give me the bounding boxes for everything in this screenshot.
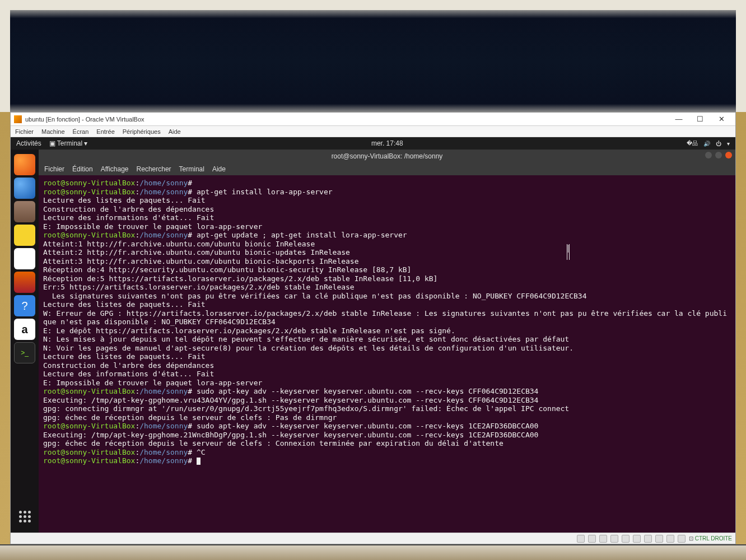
ubuntu-dock: ? a >_: [11, 150, 39, 533]
guest-screen: Activités ▣ Terminal ▾ mer. 17:48 �品 🔊 ⏻…: [11, 137, 735, 533]
sb-host-key: ⊡ CTRL DROITE: [689, 535, 732, 542]
virtualbox-icon: [14, 115, 22, 123]
show-applications-button[interactable]: [14, 506, 35, 527]
dock-thunderbird[interactable]: [14, 178, 35, 199]
power-icon[interactable]: ⏻: [716, 141, 721, 147]
terminal-output-line: gpg: échec de réception depuis le serveu…: [43, 413, 731, 422]
terminal-output-line: Réception de:5 https://artifacts.loraser…: [43, 274, 731, 283]
terminal-output-line: gpg: échec de réception depuis le serveu…: [43, 439, 731, 448]
dock-ubuntu-software[interactable]: [14, 272, 35, 293]
term-close-icon[interactable]: [725, 152, 732, 158]
terminal-output-line: Atteint:2 http://fr.archive.ubuntu.com/u…: [43, 248, 731, 257]
terminal-output-line: gpg: connecting dirmngr at '/run/user/0/…: [43, 404, 731, 413]
vb-menu-ecran[interactable]: Écran: [73, 128, 89, 135]
vb-menu-machine[interactable]: Machine: [41, 128, 65, 135]
volume-icon[interactable]: 🔊: [703, 141, 710, 147]
dock-amazon[interactable]: a: [14, 319, 35, 340]
sb-optical-icon[interactable]: [588, 535, 596, 543]
terminal-output-line: Lecture des listes de paquets... Fait: [43, 196, 731, 205]
terminal-prompt-line: root@sonny-VirtualBox:/home/sonny#: [43, 179, 731, 188]
terminal-output-line: N: Les mises à jour depuis un tel dépôt …: [43, 335, 731, 344]
sb-audio-icon[interactable]: [599, 535, 607, 543]
terminal-prompt-line: root@sonny-VirtualBox:/home/sonny# sudo …: [43, 387, 731, 396]
dock-help[interactable]: ?: [14, 295, 35, 316]
term-menu-terminal[interactable]: Terminal: [179, 165, 204, 173]
sb-display-icon[interactable]: [644, 535, 652, 543]
terminal-output-line: Atteint:3 http://fr.archive.ubuntu.com/u…: [43, 257, 731, 266]
vb-menu-aide[interactable]: Aide: [169, 128, 181, 135]
panel-app-menu[interactable]: ▣ Terminal ▾: [49, 139, 88, 147]
terminal-output-line: Réception de:4 http://security.ubuntu.co…: [43, 265, 731, 274]
virtualbox-statusbar: ⊡ CTRL DROITE: [11, 533, 735, 544]
term-menu-rechercher[interactable]: Rechercher: [137, 165, 171, 173]
terminal-output-line: Lecture des informations d'état... Fait: [43, 370, 731, 379]
host-window-title: ubuntu [En fonction] - Oracle VM Virtual…: [25, 116, 144, 123]
terminal-window: root@sonny-VirtualBox: /home/sonny Fichi…: [39, 150, 735, 533]
terminal-output-line: Atteint:1 http://fr.archive.ubuntu.com/u…: [43, 240, 731, 249]
terminal-output-line: N: Voir les pages de manuel d'apt-secure…: [43, 344, 731, 353]
terminal-output-line: Lecture des listes de paquets... Fait: [43, 300, 731, 309]
sb-shared-folders-icon[interactable]: [633, 535, 641, 543]
terminal-menubar: Fichier Édition Affichage Rechercher Ter…: [39, 163, 735, 175]
sb-usb-icon[interactable]: [622, 535, 630, 543]
maximize-button[interactable]: ☐: [689, 115, 711, 123]
activities-button[interactable]: Activités: [16, 139, 41, 147]
vb-menu-fichier[interactable]: Fichier: [15, 128, 34, 135]
dock-libreoffice-writer[interactable]: [14, 248, 35, 269]
vb-menu-entree[interactable]: Entrée: [96, 128, 114, 135]
terminal-output-line: Construction de l'arbre des dépendances: [43, 361, 731, 370]
terminal-prompt-line: root@sonny-VirtualBox:/home/sonny# apt-g…: [43, 231, 731, 240]
terminal-output-line: Les signatures suivantes n'ont pas pu êt…: [43, 292, 731, 301]
virtualbox-menubar: Fichier Machine Écran Entrée Périphériqu…: [11, 126, 735, 137]
term-menu-aide[interactable]: Aide: [212, 165, 226, 173]
term-maximize-icon[interactable]: [715, 152, 722, 158]
terminal-output-line: Construction de l'arbre des dépendances: [43, 205, 731, 214]
terminal-output-line: W: Erreur de GPG : https://artifacts.lor…: [43, 309, 731, 326]
minimize-button[interactable]: —: [668, 115, 689, 123]
sb-mouse-icon[interactable]: [678, 535, 686, 543]
terminal-prompt-line: root@sonny-VirtualBox:/home/sonny# ^C: [43, 448, 731, 457]
sb-recording-icon[interactable]: [655, 535, 663, 543]
term-menu-edition[interactable]: Édition: [72, 165, 93, 173]
dock-rhythmbox[interactable]: [14, 225, 35, 246]
term-menu-affichage[interactable]: Affichage: [101, 165, 129, 173]
text-cursor-icon: [568, 245, 568, 253]
terminal-output-line: Err:5 https://artifacts.loraserver.io/pa…: [43, 283, 731, 292]
system-menu-caret-icon[interactable]: ▾: [727, 141, 730, 147]
virtualbox-host-window: ubuntu [En fonction] - Oracle VM Virtual…: [10, 112, 736, 544]
term-menu-fichier[interactable]: Fichier: [44, 165, 64, 173]
terminal-title-text: root@sonny-VirtualBox: /home/sonny: [332, 152, 443, 160]
terminal-content[interactable]: root@sonny-VirtualBox:/home/sonny# root@…: [39, 175, 735, 533]
terminal-titlebar[interactable]: root@sonny-VirtualBox: /home/sonny: [39, 150, 735, 163]
gnome-top-panel: Activités ▣ Terminal ▾ mer. 17:48 �品 🔊 ⏻…: [11, 137, 735, 150]
dock-files[interactable]: [14, 201, 35, 222]
host-titlebar[interactable]: ubuntu [En fonction] - Oracle VM Virtual…: [11, 113, 735, 126]
terminal-output-line: E: Impossible de trouver le paquet lora-…: [43, 379, 731, 388]
term-minimize-icon[interactable]: [705, 152, 712, 158]
sb-cpu-icon[interactable]: [666, 535, 674, 543]
dock-terminal[interactable]: >_: [14, 342, 35, 363]
terminal-prompt-line: root@sonny-VirtualBox:/home/sonny#: [43, 456, 731, 465]
terminal-output-line: Lecture des listes de paquets... Fait: [43, 352, 731, 361]
sb-harddisk-icon[interactable]: [577, 535, 585, 543]
terminal-output-line: E: Le dépôt https://artifacts.loraserver…: [43, 326, 731, 335]
vb-menu-peripheriques[interactable]: Périphériques: [123, 128, 161, 135]
terminal-prompt-line: root@sonny-VirtualBox:/home/sonny# apt-g…: [43, 188, 731, 197]
terminal-prompt-line: root@sonny-VirtualBox:/home/sonny# sudo …: [43, 422, 731, 431]
terminal-output-line: Executing: /tmp/apt-key-gpghome.21WncBhD…: [43, 431, 731, 440]
panel-clock[interactable]: mer. 17:48: [371, 139, 403, 147]
terminal-output-line: Executing: /tmp/apt-key-gpghome.vru43AO4…: [43, 396, 731, 405]
sb-network-icon[interactable]: [610, 535, 618, 543]
network-icon[interactable]: �品: [687, 139, 698, 147]
terminal-output-line: Lecture des informations d'état... Fait: [43, 213, 731, 222]
close-button[interactable]: ✕: [711, 115, 732, 123]
terminal-output-line: E: Impossible de trouver le paquet lora-…: [43, 222, 731, 231]
dock-firefox[interactable]: [14, 154, 35, 175]
